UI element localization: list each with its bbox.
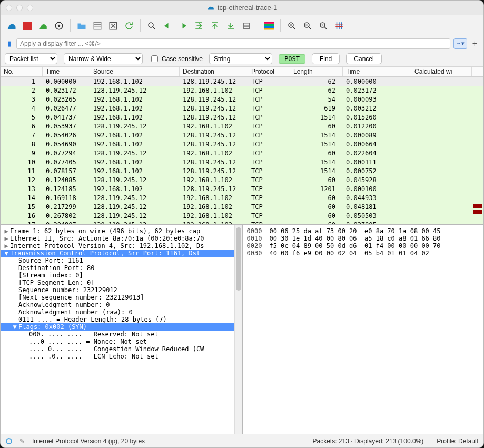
table-row[interactable]: 100.077405192.168.1.102128.119.245.12TCP… xyxy=(1,157,483,166)
table-row[interactable]: 110.078157192.168.1.102128.119.245.12TCP… xyxy=(1,166,483,175)
resize-columns-icon[interactable] xyxy=(332,19,346,33)
close-file-icon[interactable] xyxy=(106,19,120,33)
details-scrollbar[interactable] xyxy=(234,225,242,434)
case-sensitive-checkbox[interactable]: Case sensitive xyxy=(149,54,203,64)
detail-line[interactable]: 000. .... .... = Reserved: Not set xyxy=(1,331,242,338)
table-row[interactable]: 160.267802128.119.245.12192.168.1.102TCP… xyxy=(1,211,483,220)
detail-line[interactable]: ▶Internet Protocol Version 4, Src: 192.1… xyxy=(1,242,242,250)
tree-collapsed-icon[interactable]: ▶ xyxy=(3,227,10,235)
filter-add-button[interactable]: + xyxy=(470,38,479,49)
table-row[interactable]: 90.077294128.119.245.12192.168.1.102TCP6… xyxy=(1,148,483,157)
detail-line[interactable]: [TCP Segment Len: 0] xyxy=(1,279,242,286)
status-bar: ✎ Internet Protocol Version 4 (ip), 20 b… xyxy=(1,434,483,447)
packet-details-pane[interactable]: ▶Frame 1: 62 bytes on wire (496 bits), 6… xyxy=(1,225,242,434)
table-row[interactable]: 60.053937128.119.245.12192.168.1.102TCP6… xyxy=(1,122,483,131)
table-row[interactable]: 130.124185192.168.1.102128.119.245.12TCP… xyxy=(1,184,483,193)
capture-options-icon[interactable] xyxy=(52,19,66,33)
detail-line[interactable]: ▶Frame 1: 62 bytes on wire (496 bits), 6… xyxy=(1,227,242,235)
zoom-reset-icon[interactable]: 1 xyxy=(317,19,330,33)
detail-line[interactable]: Source Port: 1161 xyxy=(1,257,242,264)
auto-scroll-icon[interactable] xyxy=(240,19,253,33)
svg-line-21 xyxy=(293,27,295,29)
detail-line[interactable]: ▶Ethernet II, Src: Actionte_8a:70:1a (00… xyxy=(1,235,242,242)
find-mode-select[interactable]: Narrow & Wide xyxy=(64,53,143,64)
find-type-select[interactable]: String xyxy=(209,53,272,64)
hex-line[interactable]: 000000 06 25 da af 73 00 20 e0 8a 70 1a … xyxy=(247,227,480,235)
next-packet-icon[interactable] xyxy=(176,19,190,33)
svg-rect-17 xyxy=(264,24,274,25)
colorize-icon[interactable] xyxy=(262,19,276,33)
table-row[interactable]: 70.054026192.168.1.102128.119.245.12TCP1… xyxy=(1,131,483,140)
hex-line[interactable]: 0020f5 0c 04 89 00 50 0d d6 01 f4 00 00 … xyxy=(247,242,480,250)
detail-line[interactable]: ▼Transmission Control Protocol, Src Port… xyxy=(1,250,242,257)
table-row[interactable]: 80.054690192.168.1.102128.119.245.12TCP1… xyxy=(1,140,483,148)
detail-line[interactable]: Sequence number: 232129012 xyxy=(1,286,242,294)
tree-collapsed-icon[interactable]: ▶ xyxy=(3,242,10,250)
packet-bytes-pane[interactable]: 000000 06 25 da af 73 00 20 e0 8a 70 1a … xyxy=(242,225,484,434)
find-button[interactable]: Find xyxy=(312,53,340,64)
first-packet-icon[interactable] xyxy=(208,19,222,33)
svg-line-28 xyxy=(324,27,327,29)
shark-fin-icon[interactable] xyxy=(5,19,18,33)
table-row[interactable]: 40.026477192.168.1.102128.119.245.12TCP6… xyxy=(1,104,483,113)
table-row[interactable]: 20.023172128.119.245.12192.168.1.102TCP6… xyxy=(1,86,483,95)
table-row[interactable]: 170.304807128.119.245.12192.168.1.102TCP… xyxy=(1,220,483,224)
detail-line[interactable]: .... .0.. .... = ECN Echo: Not set xyxy=(1,353,242,360)
detail-line[interactable]: Acknowledgment number: 0 xyxy=(1,301,242,308)
table-row[interactable]: 10.000000192.168.1.102128.119.245.12TCP6… xyxy=(1,77,483,86)
filter-apply-button[interactable]: →▾ xyxy=(453,38,467,49)
detail-line[interactable]: Destination Port: 80 xyxy=(1,264,242,272)
table-row[interactable]: 30.023265192.168.1.102128.119.245.12TCP5… xyxy=(1,95,483,104)
hex-line[interactable]: 001000 30 1e 1d 40 00 80 06 a5 18 c0 a8 … xyxy=(247,235,480,242)
minimize-dot[interactable] xyxy=(16,5,23,11)
edit-prefs-icon[interactable]: ✎ xyxy=(19,437,25,445)
tree-expanded-icon[interactable]: ▼ xyxy=(11,323,18,331)
svg-rect-16 xyxy=(264,22,274,23)
display-filter-input[interactable] xyxy=(16,38,450,49)
detail-line[interactable]: .... 0... .... = Congestion Window Reduc… xyxy=(1,345,242,353)
restart-capture-icon[interactable] xyxy=(36,19,50,33)
cancel-button[interactable]: Cancel xyxy=(346,53,381,64)
svg-text:1: 1 xyxy=(321,23,323,26)
prev-packet-icon[interactable] xyxy=(161,19,174,33)
reload-icon[interactable] xyxy=(122,19,136,33)
svg-rect-13 xyxy=(244,23,250,28)
table-row[interactable]: 50.041737192.168.1.102128.119.245.12TCP1… xyxy=(1,113,483,122)
window-title: tcp-ethereal-trace-1 xyxy=(6,4,478,12)
last-packet-icon[interactable] xyxy=(224,19,238,33)
svg-point-7 xyxy=(149,23,153,27)
zoom-in-icon[interactable] xyxy=(285,19,299,33)
open-file-icon[interactable] xyxy=(75,19,88,33)
window-controls[interactable] xyxy=(6,5,33,11)
bookmark-icon[interactable]: ▮ xyxy=(5,39,13,47)
packet-list-header[interactable]: No.Time SourceDestination ProtocolLength… xyxy=(1,67,483,77)
wireshark-app-icon xyxy=(207,4,214,12)
zoom-out-icon[interactable] xyxy=(301,19,314,33)
packet-list-body[interactable]: 10.000000192.168.1.102128.119.245.12TCP6… xyxy=(1,77,483,224)
tree-expanded-icon[interactable]: ▼ xyxy=(3,250,10,257)
zoom-dot[interactable] xyxy=(27,5,33,11)
find-packet-icon[interactable] xyxy=(145,19,159,33)
detail-line[interactable]: ▼Flags: 0x002 (SYN) xyxy=(1,323,242,331)
save-file-icon[interactable] xyxy=(91,19,104,33)
stop-capture-icon[interactable] xyxy=(21,19,34,33)
table-row[interactable]: 140.169118128.119.245.12192.168.1.102TCP… xyxy=(1,193,483,202)
svg-point-2 xyxy=(58,24,61,27)
status-profile-text[interactable]: Profile: Default xyxy=(431,437,478,445)
svg-rect-19 xyxy=(264,28,274,30)
detail-line[interactable]: Acknowledgment number (raw): 0 xyxy=(1,308,242,316)
expert-info-icon[interactable] xyxy=(6,438,12,444)
find-scope-select[interactable]: Packet list xyxy=(5,53,57,64)
close-dot[interactable] xyxy=(6,5,12,11)
table-row[interactable]: 150.217299128.119.245.12192.168.1.102TCP… xyxy=(1,202,483,211)
hex-line[interactable]: 003040 00 f6 e9 00 00 02 04 05 b4 01 01 … xyxy=(247,250,480,257)
goto-packet-icon[interactable] xyxy=(192,19,206,33)
detail-line[interactable]: 0111 .... = Header Length: 28 bytes (7) xyxy=(1,316,242,323)
detail-line[interactable]: ...0 .... .... = Nonce: Not set xyxy=(1,338,242,345)
bottom-split: ▶Frame 1: 62 bytes on wire (496 bits), 6… xyxy=(1,225,483,434)
find-query-chip[interactable]: POST xyxy=(279,54,305,64)
detail-line[interactable]: [Next sequence number: 232129013] xyxy=(1,294,242,301)
detail-line[interactable]: [Stream index: 0] xyxy=(1,272,242,279)
tree-collapsed-icon[interactable]: ▶ xyxy=(3,235,10,242)
table-row[interactable]: 120.124085128.119.245.12192.168.1.102TCP… xyxy=(1,175,483,184)
